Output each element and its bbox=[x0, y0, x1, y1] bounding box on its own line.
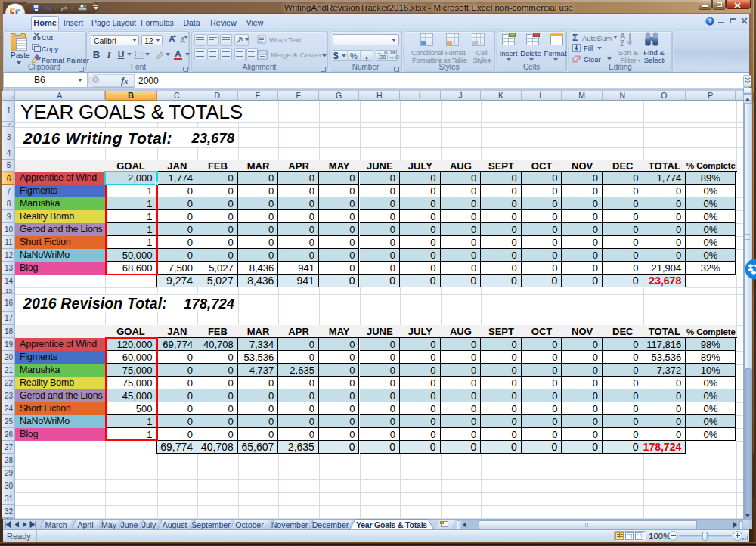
svg-text:?: ? bbox=[708, 17, 712, 25]
